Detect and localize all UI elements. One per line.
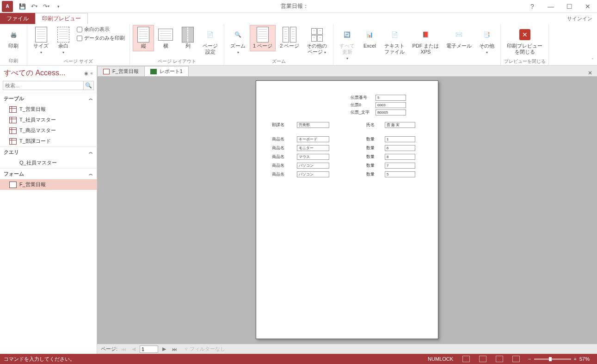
help-button[interactable]: ? [523, 0, 542, 13]
report-row: 商品名パソコン数量5 [272, 171, 422, 177]
view-report-icon[interactable] [458, 356, 474, 362]
slip-text-value: B0005 [375, 109, 406, 115]
query-icon [9, 160, 17, 166]
close-tab-icon[interactable]: ✕ [583, 70, 597, 76]
zoom-button[interactable]: 🔍 ズーム▾ [227, 25, 249, 57]
search-input[interactable] [3, 81, 84, 90]
maximize-button[interactable]: ☐ [560, 0, 579, 13]
nav-dropdown-icon[interactable]: ◉ [84, 71, 88, 76]
close-preview-button[interactable]: ✕ 印刷プレビュー を閉じる [504, 25, 546, 57]
form-tab-icon [103, 69, 110, 74]
zoom-slider[interactable] [534, 358, 571, 360]
size-icon [34, 27, 49, 42]
slip0-value: 0003 [375, 102, 406, 108]
slip-text-label: 伝票_文字 [351, 109, 371, 115]
document-tabs: F_営業日報 レポート1 ✕ [97, 66, 597, 77]
one-page-button[interactable]: 1 ページ [250, 25, 276, 51]
prev-page-button[interactable]: ◀ [129, 346, 138, 352]
next-page-button[interactable]: ▶ [160, 346, 168, 352]
numlock-indicator: NUMLOCK [423, 356, 458, 362]
save-icon[interactable]: 💾 [18, 2, 27, 11]
undo-icon[interactable]: ↶▾ [30, 2, 39, 11]
more-export-button[interactable]: 📑 その他▾ [476, 25, 498, 57]
show-margin-checkbox[interactable]: 余白の表示 [75, 25, 111, 34]
nav-category-forms[interactable]: フォーム︽ [0, 168, 97, 179]
nav-item[interactable]: T_商品マスター [0, 125, 97, 136]
page-number-input[interactable] [140, 346, 158, 353]
file-tab[interactable]: ファイル [0, 13, 35, 24]
one-page-icon [255, 27, 270, 42]
portrait-button[interactable]: 縦 [133, 25, 154, 51]
title-bar: A 💾 ↶▾ ↷▾ ▾ 営業日報： ? — ☐ ✕ [0, 0, 597, 13]
group-label-pagesize: ページ サイズ [30, 57, 127, 66]
zoom-control: − + 57% [524, 356, 593, 362]
pdf-icon: 📕 [418, 27, 433, 42]
collapse-ribbon-icon[interactable]: ˆ [592, 58, 593, 63]
nav-item[interactable]: F_営業日報 [0, 179, 97, 190]
table-icon [9, 138, 17, 145]
page-setup-button[interactable]: 📄 ページ 設定 [199, 25, 221, 57]
print-button[interactable]: 🖨️ 印刷 [3, 25, 24, 51]
preview-area[interactable]: 伝票番号5 伝票00003 伝票_文字B0005 部課名営業部 氏名斎 藤 実 … [97, 77, 597, 344]
nav-item[interactable]: T_部課コード [0, 136, 97, 146]
app-icon: A [2, 1, 13, 12]
filter-icon: ▿ [185, 346, 188, 352]
nav-header[interactable]: すべての Access... ◉ « [0, 66, 97, 81]
search-icon[interactable]: 🔍 [84, 81, 94, 90]
nav-category-queries[interactable]: クエリ︽ [0, 146, 97, 158]
columns-button[interactable]: 列 [177, 25, 198, 51]
group-label-layout: ページ レイアウト [133, 57, 221, 66]
data-only-checkbox[interactable]: データのみを印刷 [75, 34, 127, 42]
window-title: 営業日報： [66, 2, 523, 10]
last-page-button[interactable]: ⏭ [170, 346, 178, 352]
view-layout-icon[interactable] [491, 356, 508, 362]
page-label: ページ: [101, 346, 117, 352]
pdf-xps-button[interactable]: 📕 PDF または XPS [409, 25, 442, 57]
signin-link[interactable]: サインイン [562, 13, 597, 24]
nav-collapse-icon[interactable]: « [90, 71, 93, 76]
page-navigator: ページ: ⏮ ◀ ▶ ⏭ ▿フィルターなし [97, 344, 597, 354]
landscape-icon [158, 27, 173, 42]
report-page: 伝票番号5 伝票00003 伝票_文字B0005 部課名営業部 氏名斎 藤 実 … [256, 80, 438, 339]
email-button[interactable]: ✉️ 電子メール [443, 25, 475, 51]
landscape-button[interactable]: 横 [155, 25, 176, 51]
close-button[interactable]: ✕ [579, 0, 597, 13]
nav-category-tables[interactable]: テーブル︽ [0, 93, 97, 104]
view-design-icon[interactable] [508, 356, 524, 362]
first-page-button[interactable]: ⏮ [119, 346, 128, 352]
margins-button[interactable]: 余白▾ [53, 25, 74, 57]
group-label-print: 印刷 [3, 57, 24, 65]
nav-item[interactable]: T_営業日報 [0, 104, 97, 115]
quick-access-toolbar: 💾 ↶▾ ↷▾ ▾ [15, 2, 66, 11]
text-file-button[interactable]: 📄 テキスト ファイル [381, 25, 408, 57]
close-preview-icon: ✕ [517, 27, 532, 42]
report-row: 商品名モニター数量6 [272, 145, 422, 151]
email-icon: ✉️ [452, 27, 467, 42]
ribbon-tabs: ファイル 印刷プレビュー サインイン [0, 13, 597, 24]
zoom-out-button[interactable]: − [528, 356, 531, 362]
doc-tab-form[interactable]: F_営業日報 [97, 66, 145, 76]
doc-tab-report[interactable]: レポート1 [144, 66, 189, 76]
more-pages-button[interactable]: その他の ページ ▾ [303, 25, 330, 57]
form-icon [9, 182, 17, 188]
two-pages-icon [282, 27, 297, 42]
printer-icon: 🖨️ [6, 27, 21, 42]
dept-value: 営業部 [297, 122, 329, 128]
zoom-in-button[interactable]: + [574, 356, 577, 362]
minimize-button[interactable]: — [542, 0, 560, 13]
two-pages-button[interactable]: 2 ページ [277, 25, 302, 51]
slip-no-label: 伝票番号 [351, 95, 371, 101]
print-preview-tab[interactable]: 印刷プレビュー [35, 13, 88, 24]
refresh-all-button[interactable]: 🔄 すべて 更新▾ [336, 25, 358, 64]
excel-button[interactable]: 📊 Excel [359, 25, 380, 51]
nav-item[interactable]: Q_社員マスター [0, 158, 97, 168]
group-label-close: プレビューを閉じる [504, 57, 546, 66]
window-controls: ? — ☐ ✕ [523, 0, 597, 13]
view-print-icon[interactable] [474, 356, 491, 362]
size-button[interactable]: サイズ▾ [30, 25, 52, 57]
nav-item[interactable]: T_社員マスター [0, 115, 97, 125]
redo-icon[interactable]: ↷▾ [42, 2, 51, 11]
qat-customize-icon[interactable]: ▾ [54, 2, 63, 11]
zoom-percent: 57% [579, 356, 590, 362]
refresh-icon: 🔄 [340, 27, 355, 42]
